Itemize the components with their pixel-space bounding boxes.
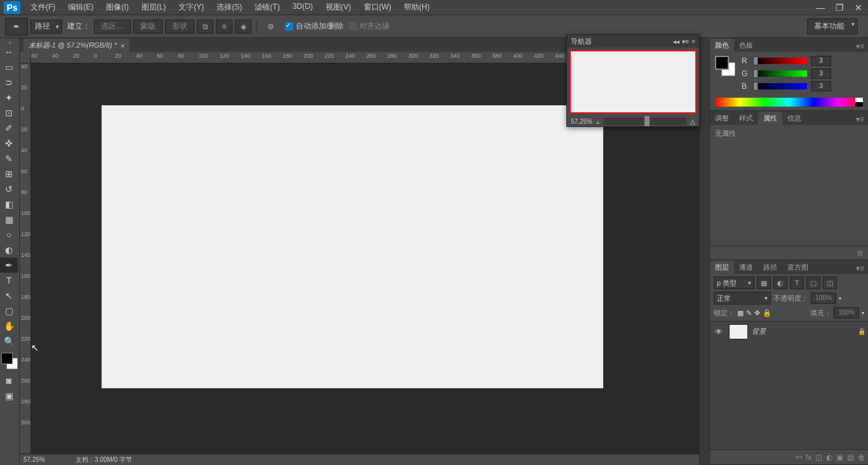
window-close-icon[interactable]: ✕: [849, 1, 868, 14]
menu-help[interactable]: 帮助(H): [397, 0, 436, 15]
panel-menu-icon[interactable]: ▾≡: [852, 41, 868, 52]
menu-select[interactable]: 选择(S): [210, 0, 248, 15]
navigator-panel[interactable]: 导航器 ◂◂ ▾≡ × 57.25% ▵ △: [566, 34, 700, 127]
mode-select[interactable]: 路径: [30, 20, 62, 34]
color-swatch-pair[interactable]: [715, 56, 734, 75]
path-selection-tool[interactable]: ↖: [0, 288, 18, 303]
rectangle-tool[interactable]: ▢: [0, 303, 18, 318]
menu-edit[interactable]: 编辑(E): [62, 0, 100, 15]
menu-file[interactable]: 文件(F): [24, 0, 62, 15]
status-zoom[interactable]: 57.25%: [23, 456, 68, 463]
menu-3d[interactable]: 3D(D): [286, 0, 319, 15]
document-tab-close-icon[interactable]: ×: [121, 42, 124, 49]
zoom-out-icon[interactable]: ▵: [596, 118, 599, 125]
eyedropper-tool[interactable]: ✐: [0, 121, 18, 136]
clone-stamp-tool[interactable]: ⊞: [0, 166, 18, 181]
tab-properties[interactable]: 属性: [758, 112, 782, 125]
menu-view[interactable]: 视图(V): [319, 0, 357, 15]
g-value[interactable]: 3: [811, 69, 831, 79]
navigator-zoom-slider[interactable]: [603, 117, 686, 125]
link-layers-icon[interactable]: ⚯: [796, 453, 802, 462]
crop-tool[interactable]: ⊡: [0, 105, 18, 121]
filter-pixel-icon[interactable]: ▦: [757, 277, 771, 289]
tool-preset-picker[interactable]: ✒: [5, 18, 28, 36]
menu-layer[interactable]: 图层(L): [135, 0, 173, 15]
quick-mask-icon[interactable]: ◙: [0, 373, 18, 388]
healing-brush-tool[interactable]: ✜: [0, 136, 18, 151]
close-icon[interactable]: ×: [691, 38, 695, 45]
dodge-tool[interactable]: ◐: [0, 242, 18, 258]
collapse-icon[interactable]: ◂◂: [673, 38, 679, 45]
panel-menu-icon[interactable]: ▾≡: [682, 38, 689, 45]
make-selection-button[interactable]: 选区…: [94, 20, 131, 34]
filter-smart-icon[interactable]: ◫: [823, 277, 837, 289]
fill-input[interactable]: 100%: [834, 307, 859, 318]
blend-mode-select[interactable]: 正常: [714, 292, 771, 305]
filter-type-icon[interactable]: T: [790, 277, 804, 289]
b-value[interactable]: 3: [811, 81, 831, 91]
tab-styles[interactable]: 样式: [734, 112, 758, 125]
filter-adjust-icon[interactable]: ◐: [773, 277, 787, 289]
r-value[interactable]: 3: [811, 56, 831, 66]
new-fill-icon[interactable]: ◐: [826, 453, 832, 462]
opacity-input[interactable]: 100%: [811, 292, 836, 304]
screen-mode-icon[interactable]: ▣: [0, 388, 18, 403]
trash-icon[interactable]: 🗑: [857, 249, 864, 258]
align-edges-checkbox[interactable]: [349, 22, 357, 30]
navigator-zoom[interactable]: 57.25%: [571, 118, 592, 125]
marquee-tool[interactable]: ▭: [0, 60, 18, 75]
lock-all-icon[interactable]: 🔒: [763, 309, 771, 317]
menu-filter[interactable]: 滤镜(T): [248, 0, 286, 15]
ruler-vertical[interactable]: 4020020406080100120140160180200220240260…: [20, 63, 31, 454]
panel-menu-icon[interactable]: ▾≡: [852, 114, 868, 125]
pen-tool[interactable]: ✒: [0, 258, 18, 273]
gear-icon[interactable]: ⚙: [262, 20, 279, 34]
layer-visibility-icon[interactable]: 👁: [712, 327, 725, 336]
layer-thumbnail[interactable]: [729, 324, 748, 339]
menu-type[interactable]: 文字(Y): [172, 0, 210, 15]
lock-position-icon[interactable]: ✥: [754, 309, 760, 317]
layer-lock-icon[interactable]: 🔒: [858, 328, 865, 335]
tab-histogram[interactable]: 直方图: [782, 261, 813, 274]
path-align-icon[interactable]: ≡: [216, 20, 232, 34]
tab-color[interactable]: 颜色: [710, 39, 734, 52]
ruler-origin[interactable]: [20, 52, 31, 63]
tab-info[interactable]: 信息: [782, 112, 806, 125]
foreground-background-colors[interactable]: [1, 353, 18, 369]
layer-filter-select[interactable]: ρ 类型: [714, 277, 754, 289]
hand-tool[interactable]: ✋: [0, 318, 18, 334]
layer-fx-icon[interactable]: fx: [806, 453, 811, 462]
g-slider[interactable]: [753, 70, 807, 77]
lock-transparent-icon[interactable]: ▩: [737, 309, 744, 317]
tab-layers[interactable]: 图层: [710, 261, 734, 274]
gradient-tool[interactable]: ▦: [0, 212, 18, 227]
menu-image[interactable]: 图像(I): [100, 0, 135, 15]
move-tool[interactable]: ↔: [0, 44, 18, 60]
panel-dock-strip[interactable]: [699, 38, 709, 465]
document-tab[interactable]: 未标题-1 @ 57.2%(RGB/8) * ×: [23, 39, 130, 52]
lock-pixels-icon[interactable]: ✎: [746, 309, 752, 317]
zoom-in-icon[interactable]: △: [690, 118, 695, 125]
delete-layer-icon[interactable]: 🗑: [858, 453, 865, 462]
tab-channels[interactable]: 通道: [734, 261, 758, 274]
canvas[interactable]: [102, 105, 603, 388]
new-group-icon[interactable]: ▣: [836, 453, 843, 462]
tab-swatches[interactable]: 色板: [734, 39, 758, 52]
history-brush-tool[interactable]: ↺: [0, 181, 18, 197]
workspace-select[interactable]: 基本功能: [807, 18, 858, 34]
eraser-tool[interactable]: ◧: [0, 197, 18, 212]
panel-menu-icon[interactable]: ▾≡: [852, 263, 868, 274]
layer-mask-icon[interactable]: ◫: [815, 453, 822, 462]
magic-wand-tool[interactable]: ✦: [0, 90, 18, 105]
navigator-proxy[interactable]: [570, 50, 697, 114]
status-docsize[interactable]: 文档：3.00M/0 字节: [76, 455, 132, 464]
menu-window[interactable]: 窗口(W): [357, 0, 397, 15]
layer-row[interactable]: 👁 背景 🔒: [710, 322, 868, 342]
r-slider[interactable]: [753, 58, 807, 64]
brush-tool[interactable]: ✎: [0, 151, 18, 166]
toolbox-handle[interactable]: [0, 39, 19, 44]
layer-name[interactable]: 背景: [752, 327, 858, 336]
fg-color-swatch[interactable]: [715, 56, 729, 70]
tab-adjustments[interactable]: 调整: [710, 112, 734, 125]
path-ops-icon[interactable]: ⧉: [197, 20, 213, 34]
